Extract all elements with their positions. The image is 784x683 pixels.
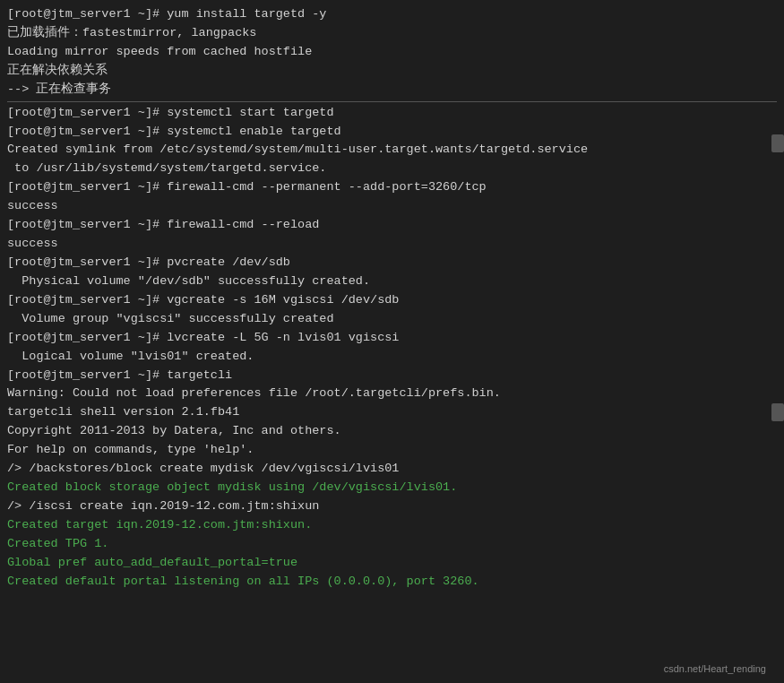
terminal-line: 正在解决依赖关系	[7, 62, 777, 81]
terminal-line: Created block storage object mydisk usin…	[7, 479, 777, 497]
terminal-line: [root@jtm_server1 ~]# firewall-cmd --per…	[7, 178, 777, 197]
terminal-line: success	[7, 197, 777, 216]
terminal-line: targetcli shell version 2.1.fb41	[7, 403, 777, 422]
terminal-line: [root@jtm_server1 ~]# targetcli	[7, 367, 777, 385]
terminal-line: [root@jtm_server1 ~]# systemctl enable t…	[7, 123, 777, 142]
terminal-line: to /usr/lib/systemd/system/targetd.servi…	[7, 160, 777, 178]
terminal-line: Physical volume "/dev/sdb" successfully …	[7, 272, 777, 291]
terminal-window: [root@jtm_server1 ~]# yum install target…	[0, 0, 784, 683]
terminal-line: --> 正在检查事务	[7, 81, 777, 99]
terminal-content: [root@jtm_server1 ~]# yum install target…	[0, 0, 784, 597]
terminal-line: [root@jtm_server1 ~]# yum install target…	[7, 5, 777, 24]
terminal-line: Volume group "vgiscsi" successfully crea…	[7, 310, 777, 329]
terminal-line: /> /iscsi create iqn.2019-12.com.jtm:shi…	[7, 497, 777, 516]
terminal-line: [root@jtm_server1 ~]# lvcreate -L 5G -n …	[7, 329, 777, 348]
terminal-line: Created target iqn.2019-12.com.jtm:shixu…	[7, 516, 777, 535]
watermark: csdn.net/Heart_rending	[664, 663, 766, 674]
terminal-line: Logical volume "lvis01" created.	[7, 348, 777, 367]
scrollbar-thumb2[interactable]	[771, 403, 784, 421]
terminal-line: [root@jtm_server1 ~]# firewall-cmd --rel…	[7, 216, 777, 235]
terminal-line: For help on commands, type 'help'.	[7, 441, 777, 460]
terminal-line: [root@jtm_server1 ~]# pvcreate /dev/sdb	[7, 254, 777, 272]
terminal-divider	[7, 101, 777, 102]
terminal-line: success	[7, 235, 777, 254]
terminal-line: Warning: Could not load preferences file…	[7, 385, 777, 403]
terminal-line: Loading mirror speeds from cached hostfi…	[7, 43, 777, 62]
terminal-line: Created default portal listening on all …	[7, 573, 777, 592]
scrollbar-thumb[interactable]	[771, 134, 784, 152]
terminal-line: Created TPG 1.	[7, 535, 777, 554]
terminal-line: 已加载插件：fastestmirror, langpacks	[7, 24, 777, 43]
terminal-line: Global pref auto_add_default_portal=true	[7, 554, 777, 573]
terminal-line: Copyright 2011-2013 by Datera, Inc and o…	[7, 422, 777, 441]
terminal-line: [root@jtm_server1 ~]# vgcreate -s 16M vg…	[7, 291, 777, 310]
terminal-line: /> /backstores/block create mydisk /dev/…	[7, 460, 777, 479]
terminal-line: Created symlink from /etc/systemd/system…	[7, 141, 777, 160]
terminal-line: [root@jtm_server1 ~]# systemctl start ta…	[7, 104, 777, 123]
